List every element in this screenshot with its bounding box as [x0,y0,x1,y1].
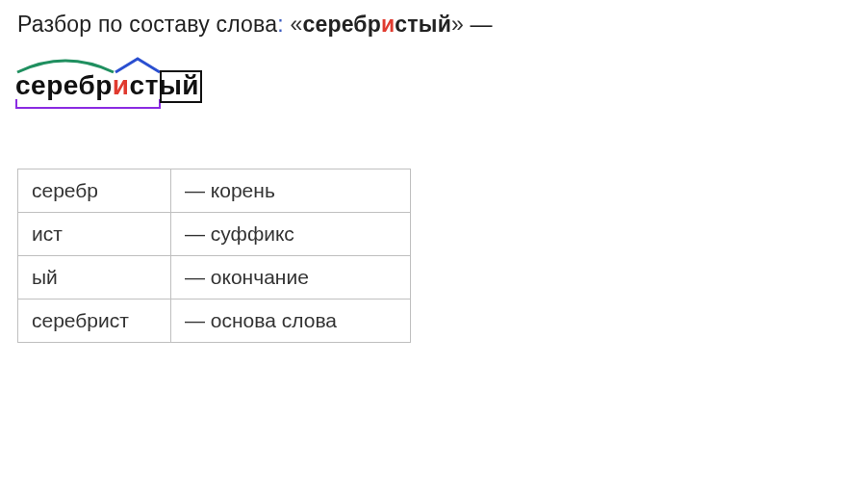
table-row: ист — суффикс [18,213,411,256]
morph-cell: ый [18,256,171,300]
heading-word-stress: и [381,12,395,37]
table-row: ый — окончание [18,256,411,300]
label-cell: — корень [171,169,411,213]
diagram-suffix-stress: и [113,70,130,100]
heading-word-pre: серебр [302,12,381,37]
label-cell: — окончание [171,256,411,300]
diagram-suffix-rest: ст [130,70,159,100]
label-cell: — суффикс [171,213,411,256]
table-row: серебр — корень [18,169,411,213]
page: Разбор по составу слова: «серебристый» —… [0,0,868,354]
heading-colon: : [277,12,284,37]
open-quote: « [290,12,302,37]
close-quote: » [451,12,464,37]
morpheme-diagram: серебристый [15,57,851,111]
morph-cell: ист [18,213,171,256]
diagram-root: серебр [15,70,113,100]
diagram-ending: ый [159,70,199,100]
morpheme-table: серебр — корень ист — суффикс ый — оконч… [17,169,411,343]
heading-dash: — [464,12,493,37]
heading: Разбор по составу слова: «серебристый» — [17,12,851,38]
label-cell: — основа слова [171,300,411,343]
diagram-word: серебристый [15,70,199,101]
morph-cell: серебрист [18,300,171,343]
heading-prefix: Разбор по составу слова [17,12,277,37]
table-row: серебрист — основа слова [18,300,411,343]
morph-cell: серебр [18,169,171,213]
heading-word-post: стый [395,12,451,37]
